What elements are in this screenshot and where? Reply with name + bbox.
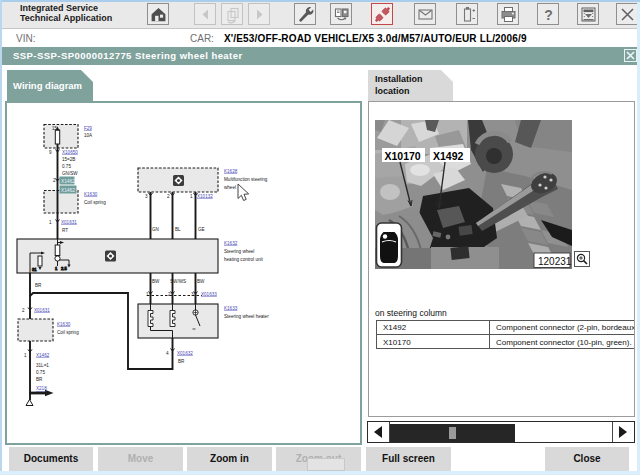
svg-text:Multifunction steering: Multifunction steering [224, 177, 268, 182]
svg-text:1: 1 [190, 194, 193, 199]
svg-text:X01633: X01633 [201, 292, 217, 297]
svg-text:X1492: X1492 [433, 150, 464, 162]
svg-text:X218: X218 [36, 386, 47, 391]
svg-text:Coil spring: Coil spring [84, 200, 106, 205]
svg-text:?: ? [544, 7, 553, 23]
svg-text:X1462: X1462 [61, 179, 75, 184]
svg-text:9: 9 [49, 150, 52, 155]
svg-text:3: 3 [145, 194, 148, 199]
svg-text:BR: BR [35, 283, 42, 288]
svg-text:BW: BW [152, 279, 160, 284]
svg-text:1: 1 [49, 220, 52, 225]
svg-text:X10650: X10650 [62, 150, 78, 155]
svg-text:2: 2 [53, 178, 56, 183]
svg-text:0.75: 0.75 [62, 164, 71, 169]
svg-text:2: 2 [167, 194, 170, 199]
svg-text:K1630: K1630 [57, 322, 71, 327]
svg-text:wheel: wheel [224, 185, 236, 190]
svg-text:K1628: K1628 [224, 169, 238, 174]
svg-text:X01631: X01631 [61, 220, 77, 225]
svg-text:F29: F29 [84, 126, 92, 131]
svg-text:10A: 10A [84, 133, 93, 138]
svg-text:K1633: K1633 [224, 306, 238, 311]
svg-text:2.5: 2.5 [61, 266, 67, 271]
svg-text:15=2B: 15=2B [62, 157, 75, 162]
svg-text:RT: RT [62, 228, 68, 233]
svg-text:X10132: X10132 [197, 194, 213, 199]
svg-text:4: 4 [166, 351, 169, 356]
svg-text:K1630: K1630 [84, 192, 98, 197]
svg-text:BR: BR [36, 377, 43, 382]
svg-text:BW: BW [197, 279, 205, 284]
svg-text:GN: GN [152, 227, 159, 232]
svg-text:3: 3 [191, 292, 194, 297]
svg-text:X10170: X10170 [385, 150, 421, 162]
svg-text:Steering wheel heater: Steering wheel heater [224, 314, 269, 319]
svg-text:31L=1: 31L=1 [36, 363, 49, 368]
svg-text:120231: 120231 [538, 256, 572, 267]
svg-text:BL: BL [175, 227, 181, 232]
svg-text:BR: BR [178, 359, 185, 364]
svg-text:K1632: K1632 [224, 241, 238, 246]
svg-text:GN/SW: GN/SW [62, 171, 78, 176]
svg-text:GE: GE [198, 227, 205, 232]
svg-text:Steering wheel: Steering wheel [224, 249, 254, 254]
svg-text:2: 2 [22, 308, 25, 313]
svg-text:X1462: X1462 [61, 188, 75, 193]
svg-text:X01631: X01631 [34, 308, 50, 313]
svg-text:2: 2 [168, 292, 171, 297]
svg-text:X1462: X1462 [36, 353, 50, 358]
svg-text:Coil spring: Coil spring [57, 330, 79, 335]
svg-text:31: 31 [32, 267, 37, 272]
svg-text:heating control unit: heating control unit [224, 257, 264, 262]
svg-text:15: 15 [52, 126, 58, 131]
svg-text:1: 1 [24, 353, 27, 358]
svg-text:0.75: 0.75 [36, 370, 45, 375]
svg-text:SW/WS: SW/WS [170, 279, 186, 284]
svg-text:X01632: X01632 [177, 351, 193, 356]
svg-text:1: 1 [146, 292, 149, 297]
